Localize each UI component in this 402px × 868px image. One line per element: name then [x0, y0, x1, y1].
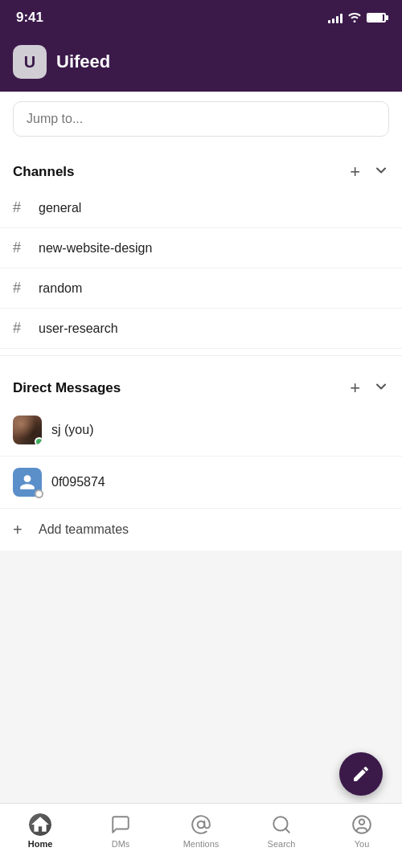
channels-add-button[interactable]: +	[350, 163, 360, 181]
dms-icon	[109, 813, 132, 836]
home-icon	[29, 813, 51, 836]
main-content: Channels + # general # new-website-desig…	[0, 146, 402, 551]
offline-status-dot	[35, 489, 43, 498]
nav-item-mentions[interactable]: Mentions	[161, 810, 241, 852]
channel-name: general	[39, 201, 81, 215]
avatar	[13, 416, 42, 444]
dm-collapse-button[interactable]	[373, 379, 389, 398]
channel-name: user-research	[39, 321, 118, 336]
search-icon	[270, 813, 293, 836]
status-bar: 9:41	[0, 0, 402, 35]
avatar	[13, 468, 42, 497]
dm-item-0f095874[interactable]: 0f095874	[0, 457, 402, 509]
signal-icon	[328, 12, 343, 23]
section-divider	[0, 355, 402, 356]
channel-item-new-website-design[interactable]: # new-website-design	[0, 228, 402, 268]
channel-name: new-website-design	[39, 241, 152, 256]
nav-item-search[interactable]: Search	[241, 810, 322, 852]
mentions-icon	[190, 813, 212, 836]
dm-title: Direct Messages	[13, 380, 121, 396]
add-icon: +	[13, 522, 29, 538]
nav-label-dms: DMs	[112, 839, 130, 849]
nav-label-search: Search	[268, 839, 296, 849]
app-logo: U	[13, 45, 47, 79]
app-header: U Uifeed	[0, 35, 402, 92]
online-status-dot	[35, 437, 42, 444]
home-avatar	[29, 813, 51, 836]
status-icons	[328, 11, 386, 25]
svg-point-0	[198, 821, 205, 829]
you-icon	[351, 813, 373, 836]
dm-name: 0f095874	[51, 475, 105, 489]
channels-title: Channels	[13, 164, 75, 180]
svg-point-4	[359, 820, 365, 825]
dm-actions: +	[350, 379, 389, 398]
dm-name: sj (you)	[51, 423, 93, 437]
nav-label-mentions: Mentions	[183, 839, 219, 849]
channels-actions: +	[350, 162, 389, 182]
channel-hash-icon: #	[13, 280, 29, 297]
jump-to-input[interactable]	[13, 101, 389, 137]
nav-label-home: Home	[28, 839, 53, 849]
nav-item-you[interactable]: You	[322, 810, 402, 852]
channels-section-header: Channels +	[0, 146, 402, 188]
battery-icon	[367, 13, 386, 23]
channel-item-general[interactable]: # general	[0, 188, 402, 228]
app-title: Uifeed	[56, 51, 110, 72]
bottom-nav: Home DMs Mentions Search	[0, 803, 402, 868]
channel-name: random	[39, 281, 82, 296]
jump-to-container	[0, 92, 402, 146]
status-time: 9:41	[16, 10, 43, 26]
dm-add-button[interactable]: +	[350, 379, 360, 397]
add-teammates-label: Add teammates	[39, 522, 129, 537]
dm-item-sj[interactable]: sj (you)	[0, 404, 402, 457]
channel-item-random[interactable]: # random	[0, 268, 402, 309]
channel-hash-icon: #	[13, 240, 29, 256]
add-teammates-button[interactable]: + Add teammates	[0, 509, 402, 551]
channels-collapse-button[interactable]	[373, 162, 389, 182]
nav-item-dms[interactable]: DMs	[80, 810, 161, 852]
wifi-icon	[347, 11, 362, 25]
channel-item-user-research[interactable]: # user-research	[0, 309, 402, 349]
channel-hash-icon: #	[13, 199, 29, 216]
dm-section-header: Direct Messages +	[0, 362, 402, 404]
nav-label-you: You	[355, 839, 370, 849]
compose-fab[interactable]	[339, 752, 383, 796]
svg-line-2	[285, 829, 289, 833]
channel-hash-icon: #	[13, 320, 29, 337]
nav-item-home[interactable]: Home	[0, 810, 80, 852]
